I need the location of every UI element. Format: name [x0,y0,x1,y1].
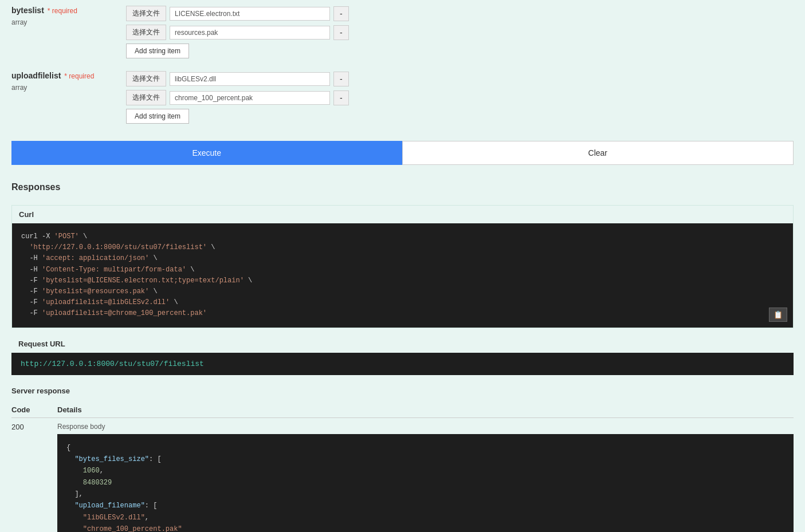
response-table-row: 200 Response body { "bytes_files_size": … [11,418,794,533]
byteslist-choose-file-btn-2[interactable]: 选择文件 [126,25,166,40]
byteslist-field-name: byteslist [11,6,44,15]
uploadfilelist-choose-file-btn-1[interactable]: 选择文件 [126,71,166,86]
clear-button[interactable]: Clear [402,141,794,165]
details-col-header: Details [57,405,794,414]
byteslist-remove-btn-1[interactable]: - [333,6,349,21]
curl-copy-icon[interactable]: 📋 [769,308,787,322]
byteslist-remove-btn-2[interactable]: - [333,25,349,40]
uploadfilelist-file-input-2[interactable] [170,91,330,105]
uploadfilelist-remove-btn-2[interactable]: - [333,90,349,105]
responses-title: Responses [11,176,794,198]
server-response-title: Server response [11,382,794,397]
curl-code-block: curl -X 'POST' \ 'http://127.0.0.1:8000/… [12,223,793,328]
uploadfilelist-field-name: uploadfilelist [11,71,61,80]
byteslist-file-input-2[interactable] [170,26,330,40]
byteslist-file-input-1[interactable] [170,7,330,21]
uploadfilelist-required-badge: * required [64,72,94,80]
execute-button[interactable]: Execute [11,141,402,165]
byteslist-type-label: array [11,18,126,26]
uploadfilelist-add-string-btn[interactable]: Add string item [126,109,189,124]
curl-header: Curl [12,206,793,223]
byteslist-choose-file-btn-1[interactable]: 选择文件 [126,6,166,21]
request-url-header: Request URL [11,335,794,353]
response-table-header: Code Details [11,402,794,418]
byteslist-required-badge: * required [48,7,77,15]
response-body-code: { "bytes_files_size": [ 1060, 8480329 ],… [57,434,794,533]
response-details-col: Response body { "bytes_files_size": [ 10… [57,423,794,533]
response-code-value: 200 [11,423,57,431]
action-bar: Execute Clear [11,141,794,165]
response-body-label: Response body [57,423,794,431]
responses-section: Responses Curl curl -X 'POST' \ 'http://… [11,176,794,532]
request-url-section: Request URL http://127.0.0.1:8000/stu/st… [11,335,794,375]
byteslist-add-string-btn[interactable]: Add string item [126,44,189,58]
code-col-header: Code [11,405,57,414]
uploadfilelist-type-label: array [11,84,126,92]
uploadfilelist-choose-file-btn-2[interactable]: 选择文件 [126,90,166,105]
request-url-value: http://127.0.0.1:8000/stu/stu07/fileslis… [11,353,794,375]
server-response-section: Server response Code Details 200 Respons… [11,382,794,533]
uploadfilelist-remove-btn-1[interactable]: - [333,72,349,86]
uploadfilelist-file-input-1[interactable] [170,72,330,86]
curl-section: Curl curl -X 'POST' \ 'http://127.0.0.1:… [11,205,794,328]
